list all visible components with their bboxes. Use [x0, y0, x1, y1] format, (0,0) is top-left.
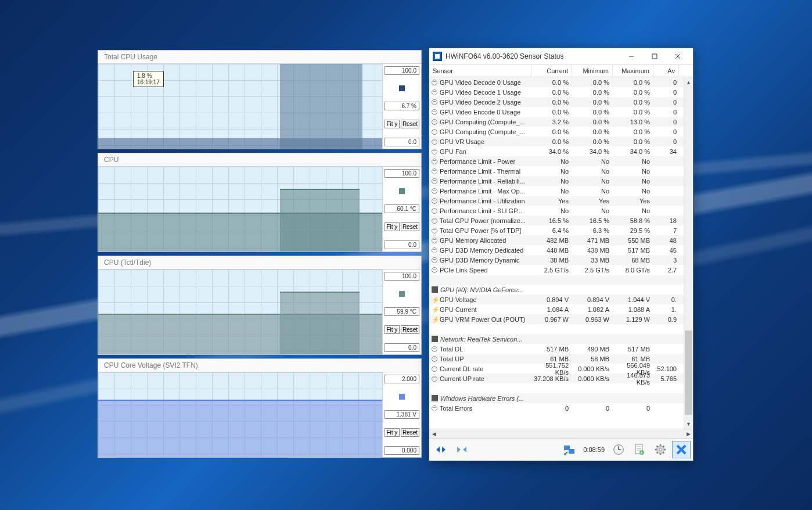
- table-row[interactable]: GPU [#0]: NVIDIA GeForce...: [429, 285, 693, 294]
- collapse-icon[interactable]: [432, 159, 437, 164]
- table-row[interactable]: Total GPU Power (normalize...16.5 %16.5 …: [429, 216, 693, 225]
- chart-canvas[interactable]: [98, 270, 383, 354]
- collapse-icon[interactable]: [432, 405, 437, 411]
- collapse-icon[interactable]: [432, 99, 437, 105]
- reset-button[interactable]: Reset: [401, 428, 419, 437]
- table-row[interactable]: GPU D3D Memory Dedicated448 MB438 MB517 …: [429, 245, 693, 255]
- table-row[interactable]: Performance Limit - SLI GP...NoNoNo: [429, 206, 693, 216]
- collapse-button[interactable]: [432, 441, 450, 458]
- table-row[interactable]: Performance Limit - ThermalNoNoNo: [429, 166, 693, 176]
- close-button[interactable]: [666, 51, 689, 62]
- table-row[interactable]: Current UP rate37.208 KB/s0.000 KB/s146.…: [429, 373, 693, 383]
- reset-button[interactable]: Reset: [401, 120, 419, 128]
- collapse-icon[interactable]: [432, 109, 437, 115]
- table-row[interactable]: GPU Computing (Compute_...3.2 %0.0 %13.0…: [429, 117, 693, 127]
- scroll-right-icon[interactable]: ▶: [684, 429, 693, 438]
- collapse-icon[interactable]: [432, 366, 437, 372]
- collapse-icon[interactable]: [432, 208, 437, 214]
- scroll-up-icon[interactable]: ▲: [684, 78, 693, 87]
- table-row[interactable]: Network: RealTek Semicon...: [429, 334, 693, 344]
- collapse-icon[interactable]: [432, 267, 437, 273]
- fit-y-button[interactable]: Fit y: [385, 325, 400, 334]
- cell-min: 58 MB: [572, 355, 613, 362]
- horizontal-scrollbar[interactable]: ◀ ▶: [429, 429, 693, 438]
- collapse-icon[interactable]: [432, 228, 437, 234]
- chart-color-swatch[interactable]: [399, 188, 405, 194]
- reset-button[interactable]: Reset: [401, 222, 419, 231]
- collapse-icon[interactable]: [432, 168, 437, 174]
- scroll-left-icon[interactable]: ◀: [429, 429, 439, 438]
- chart-color-swatch[interactable]: [399, 291, 405, 297]
- collapse-icon[interactable]: [432, 89, 437, 95]
- collapse-icon[interactable]: [432, 376, 437, 382]
- scrollbar-thumb[interactable]: [685, 331, 692, 415]
- collapse-icon[interactable]: [432, 119, 437, 125]
- sensor-name: Total GPU Power [% of TDP]: [440, 227, 521, 234]
- col-minimum[interactable]: Minimum: [572, 65, 613, 77]
- collapse-icon[interactable]: [432, 178, 437, 184]
- collapse-icon[interactable]: [432, 188, 437, 194]
- collapse-icon[interactable]: [432, 257, 437, 263]
- chart-canvas[interactable]: [98, 372, 383, 457]
- settings-button[interactable]: [651, 441, 670, 458]
- table-row[interactable]: GPU Video Decode 2 Usage0.0 %0.0 %0.0 %0: [429, 97, 693, 107]
- chart-color-swatch[interactable]: [399, 85, 405, 91]
- table-row[interactable]: Performance Limit - UtilizationYesYesYes: [429, 196, 693, 206]
- table-row[interactable]: Total GPU Power [% of TDP]6.4 %6.3 %29.5…: [429, 225, 693, 235]
- table-row[interactable]: Performance Limit - Reliabili...NoNoNo: [429, 176, 693, 186]
- chart-canvas[interactable]: [98, 167, 383, 252]
- col-average[interactable]: Av: [653, 65, 679, 77]
- network-share-button[interactable]: [560, 441, 579, 458]
- col-maximum[interactable]: Maximum: [613, 65, 653, 77]
- clock-button[interactable]: [609, 441, 628, 458]
- log-button[interactable]: +: [630, 441, 649, 458]
- table-row[interactable]: GPU D3D Memory Dynamic38 MB33 MB68 MB3: [429, 255, 693, 265]
- table-row[interactable]: ⚡GPU VRM Power Out (POUT)0.967 W0.963 W1…: [429, 314, 693, 324]
- table-row[interactable]: GPU Video Decode 0 Usage0.0 %0.0 %0.0 %0: [429, 77, 693, 87]
- cell-current: 0.967 W: [531, 316, 572, 323]
- expand-button[interactable]: [452, 441, 471, 458]
- reset-button[interactable]: Reset: [401, 325, 419, 334]
- table-row[interactable]: GPU Computing (Compute_...0.0 %0.0 %0.0 …: [429, 127, 693, 137]
- collapse-icon[interactable]: [432, 238, 437, 243]
- table-row[interactable]: PCIe Link Speed2.5 GT/s2.5 GT/s8.0 GT/s2…: [429, 265, 693, 275]
- table-header[interactable]: Sensor Current Minimum Maximum Av: [429, 65, 693, 77]
- collapse-icon[interactable]: [432, 346, 437, 352]
- minimize-button[interactable]: [620, 51, 643, 62]
- table-row[interactable]: Performance Limit - Max Op...NoNoNo: [429, 186, 693, 196]
- collapse-icon[interactable]: [432, 356, 437, 362]
- table-row[interactable]: GPU Memory Allocated482 MB471 MB550 MB48: [429, 235, 693, 245]
- table-row[interactable]: GPU Video Decode 1 Usage0.0 %0.0 %0.0 %0: [429, 87, 693, 97]
- table-row[interactable]: Total Errors000: [429, 403, 693, 413]
- vertical-scrollbar[interactable]: ▲ ▼: [684, 78, 693, 429]
- col-current[interactable]: Current: [531, 65, 572, 77]
- table-row[interactable]: ⚡GPU Current1.084 A1.082 A1.088 A1.: [429, 304, 693, 314]
- table-row[interactable]: GPU VR Usage0.0 %0.0 %0.0 %0: [429, 137, 693, 146]
- chart-canvas[interactable]: 1.8 % 16:19:17: [98, 64, 383, 149]
- table-row[interactable]: Performance Limit - PowerNoNoNo: [429, 156, 693, 166]
- fit-y-button[interactable]: Fit y: [385, 428, 400, 437]
- table-row[interactable]: [429, 275, 693, 285]
- table-row[interactable]: Windows Hardware Errors (...: [429, 393, 693, 403]
- collapse-icon[interactable]: [432, 198, 437, 204]
- collapse-icon[interactable]: [432, 149, 437, 155]
- collapse-icon[interactable]: [432, 139, 437, 145]
- collapse-icon[interactable]: [432, 247, 437, 253]
- table-row[interactable]: Total DL517 MB490 MB517 MB: [429, 344, 693, 354]
- fit-y-button[interactable]: Fit y: [385, 222, 400, 231]
- fit-y-button[interactable]: Fit y: [385, 120, 400, 128]
- collapse-icon[interactable]: [432, 218, 437, 224]
- table-row[interactable]: ⚡GPU Voltage0.894 V0.894 V1.044 V0.: [429, 294, 693, 304]
- collapse-icon[interactable]: [432, 129, 437, 135]
- scroll-down-icon[interactable]: ▼: [684, 419, 693, 429]
- titlebar[interactable]: HWiNFO64 v6.00-3620 Sensor Status: [429, 48, 693, 65]
- col-sensor[interactable]: Sensor: [429, 65, 531, 77]
- maximize-button[interactable]: [643, 51, 666, 62]
- close-sensors-button[interactable]: [672, 441, 691, 458]
- table-row[interactable]: [429, 324, 693, 334]
- table-row[interactable]: GPU Video Encode 0 Usage0.0 %0.0 %0.0 %0: [429, 107, 693, 117]
- chart-color-swatch[interactable]: [399, 394, 405, 400]
- table-row[interactable]: GPU Fan34.0 %34.0 %34.0 %34: [429, 146, 693, 156]
- collapse-icon[interactable]: [432, 80, 437, 85]
- table-body[interactable]: GPU Video Decode 0 Usage0.0 %0.0 %0.0 %0…: [429, 77, 693, 429]
